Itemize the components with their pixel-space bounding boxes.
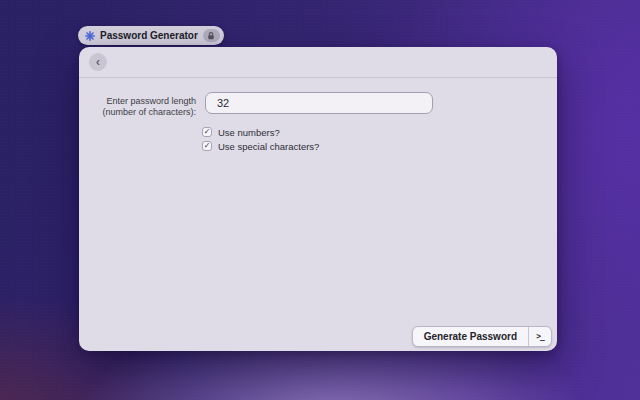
password-length-label-line2: (number of characters): [95, 107, 196, 118]
tab-title: Password Generator [100, 30, 198, 41]
use-special-characters-row: ✓ Use special characters? [202, 140, 319, 152]
use-special-characters-checkbox[interactable]: ✓ [202, 141, 212, 151]
generate-password-button[interactable]: Generate Password [413, 327, 529, 346]
back-button[interactable]: ‹ [89, 53, 107, 71]
app-tab[interactable]: Password Generator [78, 26, 224, 45]
use-numbers-checkbox[interactable]: ✓ [202, 127, 212, 137]
password-length-label-line1: Enter password length [95, 96, 196, 107]
generate-button-group: Generate Password >_ [412, 326, 552, 347]
checkmark-icon: ✓ [204, 142, 211, 150]
terminal-button[interactable]: >_ [529, 327, 551, 346]
use-special-characters-label: Use special characters? [218, 141, 319, 152]
use-numbers-label: Use numbers? [218, 127, 280, 138]
lock-badge [203, 29, 220, 42]
password-length-label: Enter password length (number of charact… [95, 96, 196, 117]
window-toolbar: ‹ [79, 47, 557, 78]
app-window: ‹ Enter password length (number of chara… [79, 47, 557, 351]
chevron-left-icon: ‹ [96, 56, 100, 68]
password-length-input[interactable] [205, 92, 433, 114]
generate-password-label: Generate Password [424, 331, 517, 342]
checkmark-icon: ✓ [204, 128, 211, 136]
use-numbers-row: ✓ Use numbers? [202, 126, 280, 138]
asterisk-icon [85, 31, 95, 41]
lock-icon [207, 32, 215, 40]
terminal-prompt-icon: >_ [536, 332, 544, 341]
